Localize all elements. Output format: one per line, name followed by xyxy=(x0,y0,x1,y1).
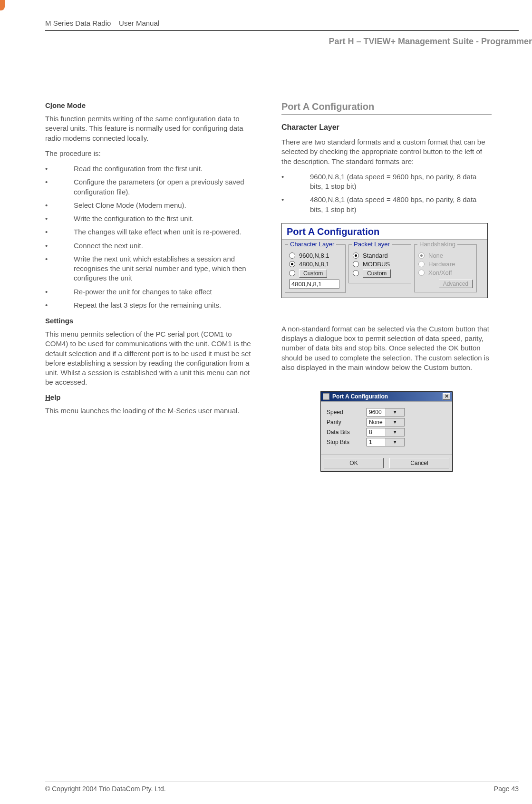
procedure-item: Select Clone Mode (Modem menu). xyxy=(74,201,255,210)
heading-clone-mode: Clone Mode xyxy=(45,101,255,109)
group-legend: Handshaking xyxy=(417,241,457,248)
radio-icon xyxy=(353,261,359,267)
radio-standard[interactable]: Standard xyxy=(353,252,407,259)
char-custom-field: 4800,N,8,1 xyxy=(289,280,339,289)
radio-icon xyxy=(418,252,425,259)
custom-button-char[interactable]: Custom xyxy=(299,269,327,278)
procedure-item: Configure the parameters (or open a prev… xyxy=(74,177,255,197)
ok-button[interactable]: OK xyxy=(324,458,384,468)
radio-icon xyxy=(418,270,425,276)
radio-9600[interactable]: 9600,N,8,1 xyxy=(289,252,341,259)
procedure-item: Re-power the unit for changes to take ef… xyxy=(74,287,255,297)
app-icon xyxy=(323,393,329,400)
custom-button-pkt[interactable]: Custom xyxy=(363,269,391,278)
label-databits: Data Bits xyxy=(327,429,360,436)
nonstd-para: A non-standard format can be selected vi… xyxy=(281,324,492,372)
part-header: Part H – TVIEW+ Management Suite - Progr… xyxy=(45,37,532,47)
procedure-item: Write the configuration to the first uni… xyxy=(74,214,255,223)
radio-modbus[interactable]: MODBUS xyxy=(353,261,407,268)
radio-hs-hardware: Hardware xyxy=(418,261,473,268)
doc-header: M Series Data Radio – User Manual xyxy=(45,19,519,31)
chevron-down-icon: ▼ xyxy=(386,408,405,416)
radio-hs-none: None xyxy=(418,252,473,259)
procedure-item: Connect the next unit. xyxy=(74,241,255,251)
heading-settings: Settings xyxy=(45,317,255,325)
select-parity[interactable]: None▼ xyxy=(367,418,405,426)
footer-copyright: © Copyright 2004 Trio DataCom Pty. Ltd. xyxy=(45,785,166,793)
select-databits[interactable]: 8▼ xyxy=(367,428,405,436)
radio-icon xyxy=(289,252,295,259)
procedure-item: Read the configuration from the first un… xyxy=(74,164,255,174)
radio-custom-char[interactable]: Custom xyxy=(289,269,341,278)
chevron-down-icon: ▼ xyxy=(386,438,405,446)
label-parity: Parity xyxy=(327,419,360,426)
radio-icon xyxy=(353,252,359,259)
radio-icon xyxy=(289,261,295,267)
radio-hs-xonxoff: Xon/Xoff xyxy=(418,269,473,276)
radio-icon xyxy=(418,261,425,267)
porta-panel-title: Port A Configuration xyxy=(282,223,487,240)
heading-porta-config: Port A Configuration xyxy=(281,101,492,115)
group-legend: Packet Layer xyxy=(352,241,392,248)
dialog-title-text: Port A Configuration xyxy=(332,393,388,400)
radio-custom-pkt[interactable]: Custom xyxy=(353,269,407,278)
group-legend: Character Layer xyxy=(288,241,336,248)
porta-custom-dialog: Port A Configuration ✕ Speed 9600▼ Parit xyxy=(320,391,453,472)
char-layer-item: 4800,N,8,1 (data speed = 4800 bps, no pa… xyxy=(310,195,492,214)
footer-page: Page 43 xyxy=(494,785,519,793)
procedure-item: Repeat the last 3 steps for the remainin… xyxy=(74,300,255,310)
advanced-button: Advanced xyxy=(439,280,473,288)
char-layer-para: There are two standard formats and a cus… xyxy=(281,137,492,166)
porta-panel: Port A Configuration Character Layer 960… xyxy=(281,223,488,298)
group-handshaking: Handshaking None Hardware Xon/Xoff xyxy=(414,244,477,292)
radio-icon xyxy=(289,270,295,276)
clone-mode-para: This function permits writing of the sam… xyxy=(45,114,255,143)
chevron-down-icon: ▼ xyxy=(386,418,405,426)
procedure-item: Write the next unit which establishes a … xyxy=(74,254,255,283)
settings-para: This menu permits selection of the PC se… xyxy=(45,329,255,387)
procedure-label: The procedure is: xyxy=(45,149,255,158)
select-speed[interactable]: 9600▼ xyxy=(367,408,405,417)
help-para: This menu launches the loading of the M-… xyxy=(45,406,255,416)
label-speed: Speed xyxy=(327,409,360,416)
label-stopbits: Stop Bits xyxy=(327,439,360,446)
char-layer-list: •9600,N,8,1 (data speed = 9600 bps, no p… xyxy=(281,172,492,214)
procedure-item: The changes will take effect when unit i… xyxy=(74,227,255,237)
cancel-button[interactable]: Cancel xyxy=(389,458,449,468)
select-stopbits[interactable]: 1▼ xyxy=(367,438,405,446)
heading-character-layer: Character Layer xyxy=(281,123,492,132)
procedure-list: •Read the configuration from the first u… xyxy=(45,164,255,310)
radio-4800[interactable]: 4800,N,8,1 xyxy=(289,261,341,268)
group-character-layer: Character Layer 9600,N,8,1 4800,N,8,1 Cu… xyxy=(285,244,346,293)
chevron-down-icon: ▼ xyxy=(386,428,405,436)
group-packet-layer: Packet Layer Standard MODBUS Custom xyxy=(348,244,411,283)
close-icon[interactable]: ✕ xyxy=(443,393,450,400)
char-layer-item: 9600,N,8,1 (data speed = 9600 bps, no pa… xyxy=(310,172,492,192)
radio-icon xyxy=(353,270,359,276)
dialog-titlebar: Port A Configuration ✕ xyxy=(321,392,452,401)
heading-help: Help xyxy=(45,393,255,401)
